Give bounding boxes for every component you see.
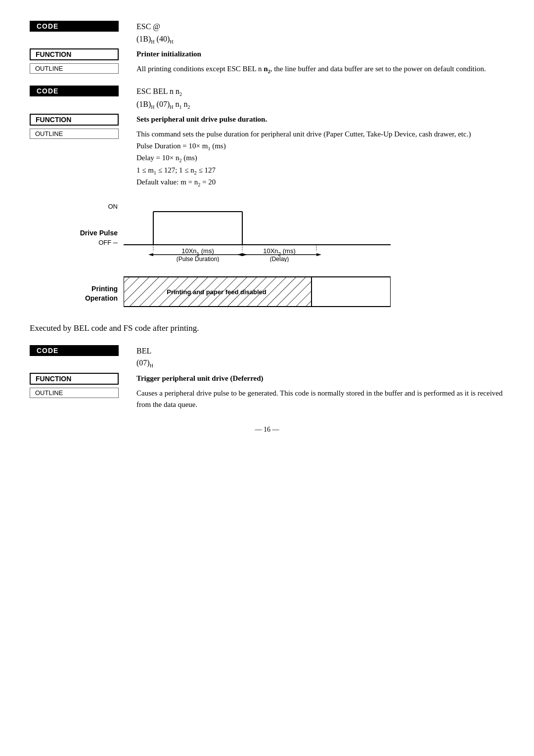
esc-at-section: CODE ESC @ (1B)H (40)H FUNCTION Printer … [30,20,504,76]
esc-bel-section: CODE ESC BEL n n2 (1B)H (07)H n1 n2 FUNC… [30,85,504,189]
code-row-3: CODE BEL (07)H [30,344,504,370]
function-row-3: FUNCTION Trigger peripheral unit drive (… [30,372,504,385]
svg-marker-11 [316,253,321,256]
outline-label-3: OUTLINE [30,387,129,411]
code-value-2: ESC BEL n n2 (1B)H (07)H n1 n2 [136,85,504,111]
delay-caption: (Delay) [270,256,289,262]
function-text-1: Printer initialization [136,50,201,58]
off-label: OFF ─ [59,239,118,246]
outline-row-1: OUTLINE All printing conditions except E… [30,62,504,76]
printing-operation-svg: Printing and paper feed disabled [124,273,391,312]
code-row-2: CODE ESC BEL n n2 (1B)H (07)H n1 n2 [30,85,504,111]
bel-code: BEL (07)H [136,345,504,370]
code-badge-3: CODE [30,345,119,356]
code-row-1: CODE ESC @ (1B)H (40)H [30,20,504,45]
outline-value-3: Causes a peripheral drive pulse to be ge… [136,387,504,411]
esc-bel-code: ESC BEL n n2 (1B)H (07)H n1 n2 [136,86,504,111]
function-value-2: Sets peripheral unit drive pulse duratio… [136,113,504,126]
outline-value-1: All printing conditions except ESC BEL n… [136,62,504,76]
code-label-3: CODE [30,344,129,370]
pulse-svg-area: 10Xn1 (ms) (Pulse Duration) 10Xn2 (ms) (… [124,198,405,264]
function-badge-3: FUNCTION [30,373,119,385]
code-value-1: ESC @ (1B)H (40)H [136,20,504,45]
function-value-1: Printer initialization [136,47,504,60]
pulse-duration-caption: (Pulse Duration) [177,256,220,262]
svg-marker-10 [237,253,242,256]
outline-label-2: OUTLINE [30,128,129,188]
function-label-1: FUNCTION [30,47,129,60]
drive-pulse-text: Drive Pulse [59,229,118,237]
function-text-2: Sets peripheral unit drive pulse duratio… [136,115,267,123]
pulse-diagram-container: ON Drive Pulse OFF ─ [59,198,504,314]
executed-text: Executed by BEL code and FS code after p… [30,323,504,333]
outline-badge-3: OUTLINE [30,388,119,398]
function-text-3: Trigger peripheral unit drive (Deferred) [136,374,264,382]
esc-at-code: ESC @ (1B)H (40)H [136,21,504,45]
svg-marker-7 [148,253,153,256]
function-badge-2: FUNCTION [30,114,119,126]
function-label-3: FUNCTION [30,372,129,385]
function-badge-1: FUNCTION [30,48,119,60]
outline-badge-1: OUTLINE [30,63,119,74]
outline-text-2: This command sets the pulse duration for… [136,129,504,188]
function-row-1: FUNCTION Printer initialization [30,47,504,60]
pulse-waveform-svg: 10Xn1 (ms) (Pulse Duration) 10Xn2 (ms) (… [124,198,391,262]
printing-operation-label: PrintingOperation [59,284,124,302]
page-number: — 16 — [30,426,504,434]
function-label-2: FUNCTION [30,113,129,126]
drive-pulse-label: ON Drive Pulse OFF ─ [59,198,124,246]
printing-operation-diagram: PrintingOperation [59,273,405,314]
function-row-2: FUNCTION Sets peripheral unit drive puls… [30,113,504,126]
function-value-3: Trigger peripheral unit drive (Deferred) [136,372,504,385]
outline-text-1: All printing conditions except ESC BEL n… [136,63,504,76]
outline-row-2: OUTLINE This command sets the pulse dura… [30,128,504,188]
code-badge-1: CODE [30,21,119,32]
printing-svg-area: Printing and paper feed disabled [124,273,405,314]
print-disabled-text: Printing and paper feed disabled [167,288,267,296]
code-badge-2: CODE [30,86,119,96]
outline-row-3: OUTLINE Causes a peripheral drive pulse … [30,387,504,411]
bel-section: CODE BEL (07)H FUNCTION Trigger peripher… [30,344,504,411]
code-value-3: BEL (07)H [136,344,504,370]
outline-text-3: Causes a peripheral drive pulse to be ge… [136,388,504,411]
outline-badge-2: OUTLINE [30,129,119,139]
code-label-1: CODE [30,20,129,45]
outline-value-2: This command sets the pulse duration for… [136,128,504,188]
on-label: ON [59,203,118,210]
code-label-2: CODE [30,85,129,111]
outline-label-1: OUTLINE [30,62,129,76]
